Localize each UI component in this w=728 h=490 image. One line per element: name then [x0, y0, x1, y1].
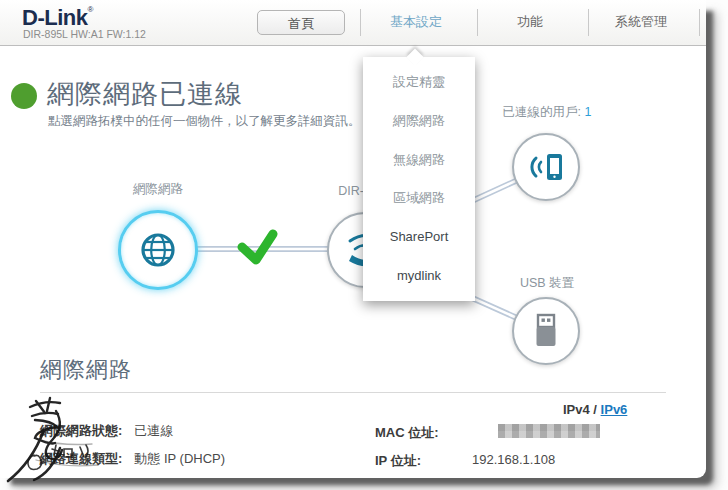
tab-home[interactable]: 首頁	[257, 10, 345, 35]
clients-label-text: 已連線的用戶:	[503, 105, 581, 119]
internet-node-label: 網際網路	[98, 181, 218, 198]
wireless-client-icon	[526, 151, 566, 183]
ip-address-label: IP 位址:	[375, 452, 421, 470]
ipv4-toggle[interactable]: IPv4	[563, 402, 590, 417]
device-model-firmware: DIR-895L HW:A1 FW:1.12	[23, 28, 146, 40]
connection-type-value: 動態 IP (DHCP)	[134, 451, 225, 466]
menu-item-mydlink[interactable]: mydlink	[363, 267, 475, 285]
menu-item-wireless[interactable]: 無線網路	[363, 151, 475, 169]
nav-divider	[588, 9, 589, 36]
page-subtitle: 點選網路拓樸中的任何一個物件，以了解更多詳細資訊。	[48, 113, 361, 130]
basic-settings-dropdown: 設定精靈 網際網路 無線網路 區域網路 SharePort mydlink	[363, 57, 475, 301]
connection-status-dot	[11, 83, 37, 109]
connection-type-row: 網路連線類型:動態 IP (DHCP)	[40, 450, 225, 468]
menu-item-internet[interactable]: 網際網路	[363, 112, 475, 130]
tab-basic-settings[interactable]: 基本設定	[376, 13, 456, 31]
globe-icon	[139, 231, 177, 269]
registered-mark: ®	[87, 5, 92, 14]
tab-features[interactable]: 功能	[500, 13, 560, 31]
screenshot-stage: D-Link® DIR-895L HW:A1 FW:1.12 首頁 基本設定 功…	[0, 0, 728, 490]
internet-section-title: 網際網路	[40, 355, 132, 385]
check-icon	[242, 234, 273, 260]
ip-version-toggle: IPv4 / IPv6	[563, 402, 627, 417]
usb-node-label: USB 裝置	[487, 275, 607, 292]
usb-device-node[interactable]	[512, 297, 580, 365]
usb-stick-icon	[532, 313, 560, 349]
menu-item-shareport[interactable]: SharePort	[363, 228, 475, 246]
logo-text: D-Link	[22, 5, 87, 30]
menu-item-setup-wizard[interactable]: 設定精靈	[363, 73, 475, 91]
menu-item-lan[interactable]: 區域網路	[363, 189, 475, 207]
ip-version-separator: /	[590, 402, 601, 417]
connection-type-label: 網路連線類型:	[40, 451, 122, 466]
status-label: 網際網路狀態:	[40, 423, 122, 438]
internet-node[interactable]	[118, 210, 198, 290]
nav-divider	[477, 9, 478, 36]
watermark-signature	[0, 393, 150, 488]
dropdown-arrow	[407, 49, 424, 66]
mac-address-redacted-value	[498, 424, 600, 438]
tab-system-management[interactable]: 系統管理	[601, 13, 681, 31]
status-value: 已連線	[134, 423, 173, 438]
nav-divider	[360, 9, 361, 36]
top-navigation-bar: D-Link® DIR-895L HW:A1 FW:1.12 首頁 基本設定 功…	[0, 0, 706, 46]
ipv6-link[interactable]: IPv6	[601, 402, 628, 417]
page-title: 網際網路已連線	[47, 76, 243, 112]
connected-clients-label: 已連線的用戶: 1	[477, 104, 617, 121]
clients-count: 1	[585, 105, 592, 119]
mac-address-label: MAC 位址:	[375, 424, 439, 442]
nav-divider	[699, 9, 700, 36]
ip-address-value: 192.168.1.108	[472, 452, 555, 467]
section-divider	[40, 392, 666, 393]
internet-status-row: 網際網路狀態:已連線	[40, 422, 173, 440]
connected-clients-node[interactable]	[512, 133, 580, 201]
router-admin-window: D-Link® DIR-895L HW:A1 FW:1.12 首頁 基本設定 功…	[0, 0, 706, 478]
